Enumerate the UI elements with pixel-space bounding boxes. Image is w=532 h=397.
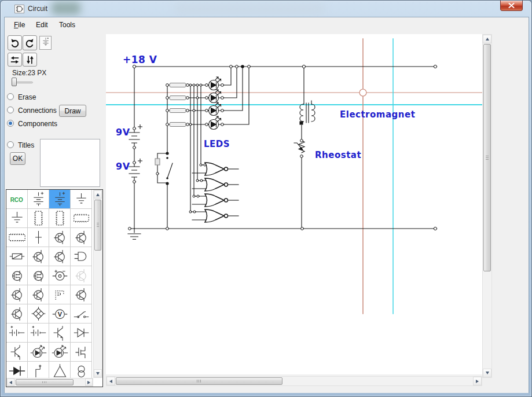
palette-item-transistor-npn[interactable] [6, 343, 28, 362]
palette-item-battery-pack[interactable] [6, 324, 28, 343]
titles-radio[interactable] [7, 141, 14, 148]
arrow-up-icon [486, 38, 489, 41]
palette-item-ic-dip-tall[interactable] [28, 209, 49, 228]
palette-item-lamp-double[interactable] [71, 362, 92, 378]
palette-item-ic-dip-wide[interactable] [71, 209, 92, 228]
arrow-left-icon [9, 381, 12, 384]
palette-scroll-right-button[interactable] [85, 378, 93, 386]
palette-item-transistor-circle[interactable] [71, 228, 92, 247]
connections-label: Connections [18, 106, 57, 115]
size-label: Size:23 PX [12, 69, 46, 77]
canvas-hscroll-thumb[interactable] [116, 377, 282, 385]
palette-item-pin-corner[interactable] [28, 362, 49, 378]
palette-item-igbt[interactable] [71, 343, 92, 362]
palette-grid: RCOV [6, 190, 93, 378]
palette-item-transistor-circle[interactable] [49, 228, 71, 247]
canvas-title-label: LEDS [204, 139, 230, 149]
canvas-vscroll-thumb[interactable] [483, 44, 491, 271]
thumb-grip [486, 156, 489, 160]
canvas-title-label: 9V [116, 127, 130, 138]
palette-item-mosfet-circle[interactable] [28, 266, 49, 285]
palette-item-opamp-triangle[interactable] [49, 362, 71, 378]
palette-vscroll-thumb[interactable] [94, 200, 101, 251]
palette-item-transistor-circle[interactable] [71, 285, 92, 304]
palette-item-ic-corner[interactable] [49, 285, 71, 304]
palette-item-transistor-circle[interactable] [49, 247, 71, 266]
canvas-hscrollbar[interactable] [106, 376, 482, 386]
palette-item-diode-bridge[interactable] [28, 304, 49, 324]
palette-hscroll-thumb[interactable] [16, 379, 74, 385]
flip-vertical-icon [25, 55, 34, 65]
palette-item-ground-small[interactable] [71, 190, 92, 209]
menu-tools[interactable]: Tools [55, 19, 79, 31]
palette-item-battery-pack[interactable] [28, 324, 49, 343]
palette-item-transistor-npn[interactable] [49, 324, 71, 343]
connections-radio[interactable] [7, 106, 14, 113]
thumb-grip [97, 223, 99, 227]
close-button[interactable] [500, 1, 523, 11]
client-area: File Edit Tools Size:23 PX [4, 17, 529, 393]
size-slider-thumb[interactable] [12, 78, 17, 86]
palette-item-transistor-circle[interactable] [28, 247, 49, 266]
flip-horizontal-button[interactable] [8, 53, 22, 67]
palette-item-transistor-circle[interactable] [28, 285, 49, 304]
palette-vscrollbar[interactable] [93, 190, 102, 378]
palette-scroll-left-button[interactable] [7, 378, 14, 386]
canvas-title-label: +18 V [123, 54, 157, 65]
palette-item-rco-label[interactable]: RCO [6, 190, 28, 209]
svg-text:RCO: RCO [10, 197, 23, 203]
titles-textbox[interactable] [40, 139, 100, 187]
palette-item-battery-two-cell[interactable] [49, 190, 71, 209]
palette-item-led-circle[interactable] [49, 343, 71, 362]
palette-scroll-down-button[interactable] [94, 369, 102, 377]
palette-item-transistor-circle[interactable] [6, 304, 28, 324]
components-radio[interactable] [7, 120, 14, 127]
menu-file[interactable]: File [10, 19, 29, 31]
palette-hscrollbar[interactable] [6, 378, 93, 387]
palette-scroll-up-button[interactable] [94, 190, 102, 198]
selected-component-preview[interactable] [39, 36, 52, 50]
palette-item-transistor-faint[interactable] [71, 266, 92, 285]
palette-item-ground[interactable] [6, 209, 28, 228]
canvas-vscrollbar[interactable] [482, 34, 492, 378]
palette-item-diode-filled[interactable] [6, 362, 28, 378]
canvas-title-label: Electromagnet [340, 109, 415, 120]
palette-item-ic-dip-long[interactable] [6, 228, 28, 247]
arrow-up-icon [96, 193, 100, 196]
palette-item-switch-open[interactable] [71, 304, 92, 324]
palette-item-diode-outline[interactable] [71, 324, 92, 343]
arrow-left-icon [109, 380, 112, 383]
svg-text:V: V [57, 311, 62, 318]
palette-item-dc-motor[interactable] [49, 266, 71, 285]
canvas-scroll-right-button[interactable] [473, 377, 482, 385]
arrow-right-icon [476, 380, 479, 383]
redo-button[interactable] [23, 35, 37, 50]
palette-item-led-lamp[interactable] [71, 247, 92, 266]
titlebar[interactable]: Circuit [1, 1, 531, 17]
palette-item-capacitor-vertical[interactable] [28, 228, 49, 247]
canvas-scroll-left-button[interactable] [107, 377, 115, 385]
palette-item-led-circle[interactable] [28, 343, 49, 362]
palette-item-voltmeter[interactable]: V [49, 304, 71, 324]
application-window: Circuit File Edit Tools [0, 0, 532, 397]
menu-edit[interactable]: Edit [32, 19, 52, 31]
flip-vertical-button[interactable] [23, 53, 37, 67]
ok-button[interactable]: OK [10, 152, 25, 165]
arrow-right-icon [87, 381, 90, 384]
schematic-canvas[interactable]: +18 V9V9VLEDSElectromagnetRheostat [106, 34, 482, 374]
palette-item-relay-box[interactable] [6, 247, 28, 266]
menubar: File Edit Tools [5, 17, 529, 32]
undo-button[interactable] [8, 35, 22, 50]
palette-item-battery-two-cell[interactable] [28, 190, 49, 209]
erase-radio[interactable] [7, 93, 14, 100]
palette-item-ic-dip-tall[interactable] [49, 209, 71, 228]
window-title: Circuit [28, 5, 47, 13]
canvas-scroll-down-button[interactable] [483, 369, 491, 377]
canvas-scroll-up-button[interactable] [483, 35, 491, 43]
palette-item-transistor-circle[interactable] [6, 285, 28, 304]
component-palette: RCOV [6, 189, 103, 387]
draw-button[interactable]: Draw [59, 105, 86, 117]
battery-icon [41, 36, 51, 50]
palette-item-mosfet-circle[interactable] [6, 266, 28, 285]
redo-icon [25, 38, 35, 48]
